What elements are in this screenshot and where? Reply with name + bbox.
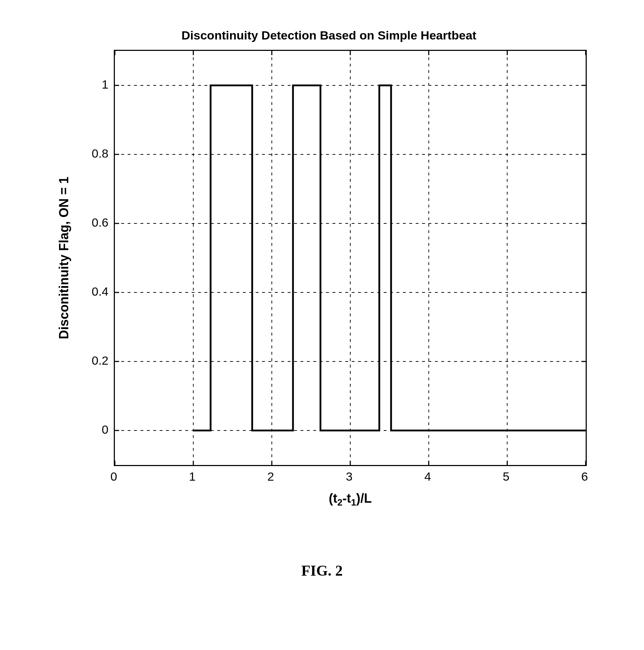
plot-svg xyxy=(115,51,586,465)
y-tick-label: 0 xyxy=(102,423,108,437)
x-axis-label: (t2-t1)/L xyxy=(114,491,587,508)
data-line xyxy=(193,85,586,430)
figure-caption: FIG. 2 xyxy=(0,562,644,579)
y-tick-label: 1 xyxy=(102,78,108,91)
y-tick-label: 0.2 xyxy=(92,354,108,368)
grid-lines xyxy=(115,51,586,465)
y-axis-label: Disconitinuity Flag, ON = 1 xyxy=(57,95,71,258)
y-tick-label: 0.6 xyxy=(92,216,108,229)
y-tick-label: 0.8 xyxy=(92,147,108,160)
x-tick-label: 1 xyxy=(189,470,196,483)
chart-container: Discontinuity Detection Based on Simple … xyxy=(53,28,605,527)
x-tick-label: 6 xyxy=(581,470,588,483)
x-tick-label: 2 xyxy=(267,470,274,483)
x-tick-label: 5 xyxy=(503,470,510,483)
y-tick-label: 0.4 xyxy=(92,285,108,298)
chart-title: Discontinuity Detection Based on Simple … xyxy=(53,28,605,42)
plot-area xyxy=(114,50,587,466)
x-tick-label: 3 xyxy=(346,470,353,483)
x-tick-label: 0 xyxy=(111,470,117,483)
x-tick-label: 4 xyxy=(424,470,431,483)
